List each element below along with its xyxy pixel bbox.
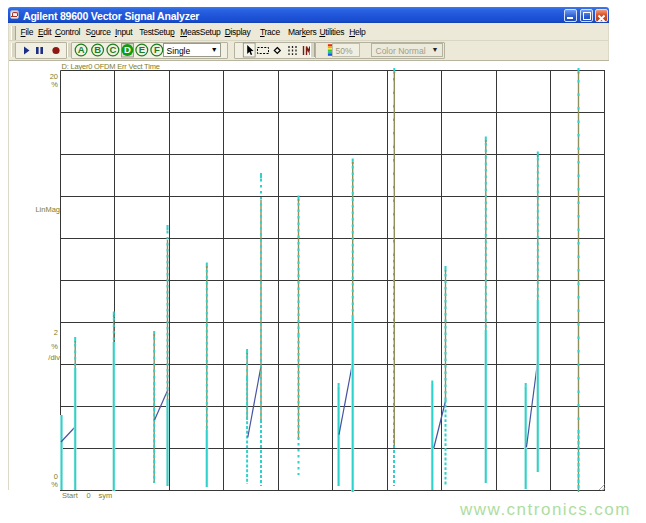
svg-text:Start: Start	[62, 491, 79, 500]
svg-text:F: F	[154, 44, 160, 55]
svg-text:LinMag: LinMag	[35, 205, 60, 214]
svg-text:%: %	[51, 80, 58, 89]
svg-text:E: E	[139, 44, 145, 55]
svg-text:www.cntronics.com: www.cntronics.com	[459, 500, 631, 519]
svg-text:%: %	[51, 480, 58, 489]
svg-text:%: %	[51, 342, 58, 351]
svg-text:C: C	[109, 44, 116, 55]
svg-text:/div: /div	[48, 353, 60, 362]
svg-text:2: 2	[54, 328, 58, 337]
svg-text:0: 0	[87, 491, 91, 500]
svg-text:A: A	[78, 44, 85, 55]
svg-text:D: D	[124, 44, 131, 55]
svg-text:sym: sym	[99, 491, 113, 500]
svg-text:B: B	[94, 44, 101, 55]
svg-text:D: Layer0 OFDM Err Vect Time: D: Layer0 OFDM Err Vect Time	[62, 62, 160, 71]
